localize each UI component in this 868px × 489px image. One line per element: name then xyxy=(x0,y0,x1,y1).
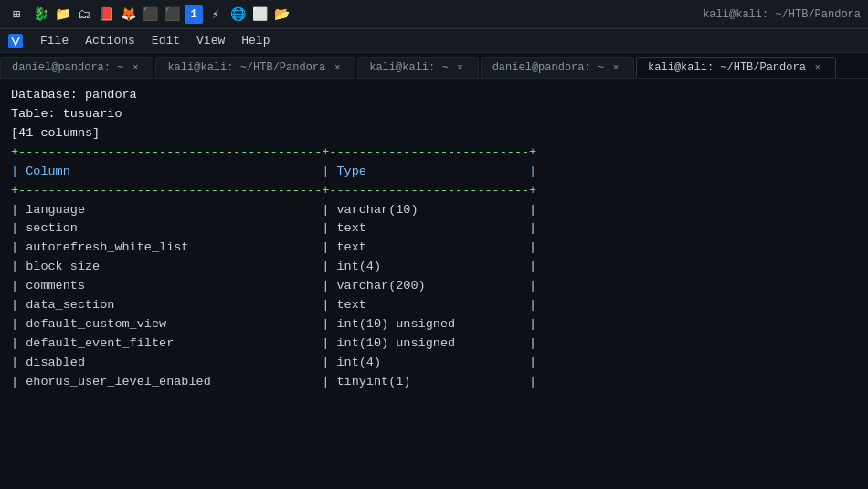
terminal-line-3: +---------------------------------------… xyxy=(11,144,857,163)
terminal-line-11: | data_section | text | xyxy=(11,296,857,315)
tab-1[interactable]: kali@kali: ~/HTB/Pandora× xyxy=(155,57,355,78)
taskbar-icons: 🐉📁🗂📕🦊⬛⬛1⚡🌐⬜📂 xyxy=(31,5,291,24)
terminal-content[interactable]: Database: pandoraTable: tusuario[41 colu… xyxy=(0,79,868,485)
folder-icon[interactable]: 🗂 xyxy=(75,5,93,24)
tab-label-4: kali@kali: ~/HTB/Pandora xyxy=(648,61,806,74)
files-icon[interactable]: 📁 xyxy=(53,5,71,24)
tab-label-3: daniel@pandora: ~ xyxy=(492,61,604,74)
terminal3-icon[interactable]: ⬜ xyxy=(250,5,269,24)
tabs-bar: daniel@pandora: ~×kali@kali: ~/HTB/Pando… xyxy=(0,53,868,79)
num1-icon[interactable]: 1 xyxy=(185,5,203,24)
menu-item-file[interactable]: File xyxy=(33,32,76,49)
terminal-line-10: | comments | varchar(200) | xyxy=(11,277,857,296)
menu-items: FileActionsEditViewHelp xyxy=(33,32,277,49)
terminal-line-1: Table: tusuario xyxy=(11,105,857,124)
terminal-line-4: | Column | Type | xyxy=(11,163,857,182)
firefox2-icon[interactable]: 🌐 xyxy=(228,5,247,24)
tab-3[interactable]: daniel@pandora: ~× xyxy=(481,57,634,78)
menu-item-view[interactable]: View xyxy=(189,32,232,49)
folder2-icon[interactable]: 📂 xyxy=(272,5,291,24)
menubar: FileActionsEditViewHelp xyxy=(0,29,868,53)
titlebar-title: kali@kali: ~/HTB/Pandora xyxy=(703,8,861,21)
terminal-line-15: | ehorus_user_level_enabled | tinyint(1)… xyxy=(11,373,857,392)
tab-label-2: kali@kali: ~ xyxy=(369,61,448,74)
titlebar: ⊞ 🐉📁🗂📕🦊⬛⬛1⚡🌐⬜📂 kali@kali: ~/HTB/Pandora xyxy=(0,0,868,29)
tab-2[interactable]: kali@kali: ~× xyxy=(357,57,478,78)
menu-item-help[interactable]: Help xyxy=(234,32,277,49)
terminal-line-6: | language | varchar(10) | xyxy=(11,201,857,220)
titlebar-left: ⊞ 🐉📁🗂📕🦊⬛⬛1⚡🌐⬜📂 xyxy=(7,5,291,24)
menu-item-edit[interactable]: Edit xyxy=(144,32,187,49)
tab-close-3[interactable]: × xyxy=(609,61,622,74)
terminal-line-13: | default_event_filter | int(10) unsigne… xyxy=(11,335,857,354)
tab-close-0[interactable]: × xyxy=(129,61,142,74)
tab-label-0: daniel@pandora: ~ xyxy=(12,61,123,74)
terminal-line-14: | disabled | int(4) | xyxy=(11,354,857,373)
firefox-icon[interactable]: 🦊 xyxy=(119,5,137,24)
terminal-line-12: | default_custom_view | int(10) unsigned… xyxy=(11,315,857,335)
terminal-line-0: Database: pandora xyxy=(11,86,857,105)
terminal-line-8: | autorefresh_white_list | text | xyxy=(11,239,857,258)
burp-icon[interactable]: ⚡ xyxy=(206,5,225,24)
terminal-line-5: +---------------------------------------… xyxy=(11,182,857,201)
window-icon[interactable]: ⊞ xyxy=(7,5,26,24)
terminal-line-2: [41 columns] xyxy=(11,124,857,144)
tab-close-4[interactable]: × xyxy=(811,61,824,74)
red-app-icon[interactable]: 📕 xyxy=(97,5,115,24)
tab-close-1[interactable]: × xyxy=(331,61,344,74)
terminal-line-7: | section | text | xyxy=(11,219,857,239)
tab-4[interactable]: kali@kali: ~/HTB/Pandora× xyxy=(636,57,836,78)
tab-close-2[interactable]: × xyxy=(454,61,467,74)
terminal2-icon[interactable]: ⬛ xyxy=(163,5,181,24)
menu-item-actions[interactable]: Actions xyxy=(78,32,143,49)
tab-0[interactable]: daniel@pandora: ~× xyxy=(0,57,153,78)
app-icon xyxy=(7,33,24,49)
terminal-line-9: | block_size | int(4) | xyxy=(11,258,857,277)
kali-dragon-icon[interactable]: 🐉 xyxy=(31,5,49,24)
terminal1-icon[interactable]: ⬛ xyxy=(141,5,159,24)
tab-label-1: kali@kali: ~/HTB/Pandora xyxy=(167,61,325,74)
